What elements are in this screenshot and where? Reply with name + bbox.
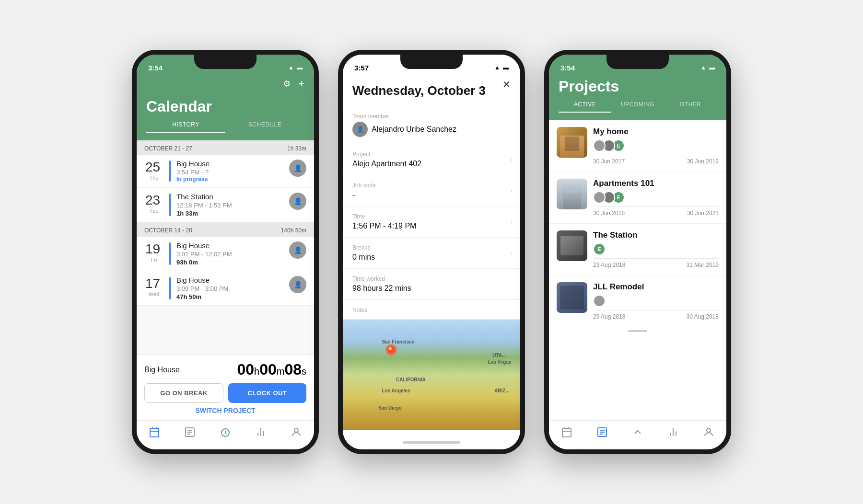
entry-avatar-19: 👤 xyxy=(289,241,306,259)
avatar-jll-1 xyxy=(593,295,606,307)
calendar-title: Calendar xyxy=(146,96,304,121)
timer-hours: 00 xyxy=(237,361,254,378)
day-entry-25[interactable]: 25 Thu Big House 3:54 PM - ? In progress… xyxy=(137,155,314,188)
field-team-member[interactable]: Team member 👤 Alejandro Uribe Sanchez xyxy=(343,106,520,144)
tab-active[interactable]: ACTIVE xyxy=(559,101,611,113)
week-label-2: OCTOBER 14 - 20 xyxy=(144,227,192,234)
tab3-up[interactable] xyxy=(628,424,647,440)
label-time-worked: Time worked xyxy=(352,275,511,282)
field-time[interactable]: Time 1:56 PM - 4:19 PM › xyxy=(343,206,520,238)
value-job-code: - xyxy=(352,191,511,199)
entry-name-23: The Station xyxy=(176,193,283,201)
tab3-chart[interactable] xyxy=(664,424,683,440)
detail-body: Team member 👤 Alejandro Uribe Sanchez Pr… xyxy=(343,106,520,435)
tab3-calendar[interactable] xyxy=(557,424,576,440)
timer-m-label: m xyxy=(277,366,285,377)
project-item-station[interactable]: The Station E 23 Aug 2018 31 Mar 2019 xyxy=(549,224,726,275)
label-project: Project xyxy=(352,151,511,158)
day-23-left: 23 Tue xyxy=(144,193,163,214)
wifi-icon-3: ▲ xyxy=(700,64,706,71)
avatar-apts-1 xyxy=(593,191,606,204)
entry-details-23: The Station 12:18 PM - 1:51 PM 1h 33m xyxy=(176,193,283,217)
entry-details-17: Big House 3:09 PM - 3:00 PM 47h 50m xyxy=(176,276,283,300)
tab-schedule[interactable]: SCHEDULE xyxy=(225,121,304,133)
proj-info-apts101: Apartments 101 E 30 Jun 2018 30 Jun 2021 xyxy=(593,179,719,217)
day-25-left: 25 Thu xyxy=(144,160,163,181)
entry-name-19: Big House xyxy=(176,241,283,250)
entry-status-25: In progress xyxy=(176,176,283,183)
day-entry-17[interactable]: 17 Wed Big House 3:09 PM - 3:00 PM 47h 5… xyxy=(137,271,314,306)
entry-name-17: Big House xyxy=(176,276,283,284)
day-23-name: Tue xyxy=(150,208,159,214)
project-item-apts101[interactable]: Apartments 101 E 30 Jun 2018 30 Jun 2021 xyxy=(549,172,726,224)
day-entry-23[interactable]: 23 Tue The Station 12:18 PM - 1:51 PM 1h… xyxy=(137,188,314,222)
proj-name-apts101: Apartments 101 xyxy=(593,179,719,188)
projects-body: My home E 30 Jun 2017 30 Jun 2019 xyxy=(549,120,726,420)
tab-calendar[interactable] xyxy=(145,424,164,440)
clock-buttons: GO ON BREAK CLOCK OUT xyxy=(144,383,306,403)
break-button[interactable]: GO ON BREAK xyxy=(144,383,223,403)
field-notes: Notes xyxy=(343,300,520,320)
svg-point-13 xyxy=(294,428,298,432)
clock-bar: Big House 00h00m08s GO ON BREAK CLOCK OU… xyxy=(137,355,314,420)
proj-name-myhome: My home xyxy=(593,127,719,137)
entry-time-23: 12:18 PM - 1:51 PM xyxy=(176,202,283,209)
timer-secs: 08 xyxy=(284,361,302,378)
close-button[interactable]: ✕ xyxy=(502,80,511,89)
clock-timer: 00h00m08s xyxy=(237,361,306,378)
day-entry-19[interactable]: 19 Fri Big House 3:01 PM - 12:02 PM 93h … xyxy=(137,237,314,271)
proj-avatars-jll xyxy=(593,295,719,307)
tab-person[interactable] xyxy=(287,424,306,440)
phone3-notch xyxy=(606,55,669,69)
project-item-jll[interactable]: JLL Remodel 29 Aug 2018 30 Aug 2018 xyxy=(549,275,726,327)
tab-upcoming[interactable]: UPCOMING xyxy=(611,101,664,113)
timer-mins: 00 xyxy=(259,361,277,378)
proj-start-station: 23 Aug 2018 xyxy=(593,262,625,268)
wifi-icon: ▲ xyxy=(288,64,294,71)
tab-list[interactable] xyxy=(180,424,199,440)
label-time: Time xyxy=(352,213,511,220)
phone2-time: 3:57 xyxy=(354,64,369,72)
time-worked-value: 98 hours 22 mins xyxy=(352,284,411,293)
proj-avatars-apts101: E xyxy=(593,191,719,204)
tab-timer[interactable] xyxy=(216,424,235,440)
label-team-member: Team member xyxy=(352,113,511,120)
tab3-list[interactable] xyxy=(593,424,612,440)
project-item-myhome[interactable]: My home E 30 Jun 2017 30 Jun 2019 xyxy=(549,120,726,172)
phone3-status-icons: ▲ ▬ xyxy=(700,64,715,71)
proj-start-myhome: 30 Jun 2017 xyxy=(593,158,625,165)
entry-time-17: 3:09 PM - 3:00 PM xyxy=(176,285,283,292)
calendar-tabs: HISTORY SCHEDULE xyxy=(146,121,304,133)
tab-other[interactable]: OTHER xyxy=(664,101,717,113)
field-breaks[interactable]: Breaks 0 mins › xyxy=(343,238,520,269)
map-label-sf: San Francisco xyxy=(382,339,414,344)
proj-info-myhome: My home E 30 Jun 2017 30 Jun 2019 xyxy=(593,127,719,165)
add-icon[interactable]: + xyxy=(298,78,304,90)
entry-duration-23: 1h 33m xyxy=(176,210,283,217)
proj-dates-jll: 29 Aug 2018 30 Aug 2018 xyxy=(593,310,719,320)
proj-info-jll: JLL Remodel 29 Aug 2018 30 Aug 2018 xyxy=(593,282,719,320)
tab-chart[interactable] xyxy=(251,424,270,440)
week-header-2: OCTOBER 14 - 20 140h 50m xyxy=(137,222,314,237)
tab3-person[interactable] xyxy=(699,424,718,440)
day-17-num: 17 xyxy=(145,276,163,291)
switch-project-link[interactable]: SWITCH PROJECT xyxy=(144,403,306,416)
phone2-status-icons: ▲ ▬ xyxy=(494,64,509,71)
chevron-icon-job: › xyxy=(510,187,513,195)
proj-start-apts101: 30 Jun 2018 xyxy=(593,210,625,217)
battery-icon-2: ▬ xyxy=(503,64,509,71)
avatar-1 xyxy=(593,139,606,152)
entry-bar-23 xyxy=(169,194,171,216)
clockout-button[interactable]: CLOCK OUT xyxy=(228,383,306,403)
proj-name-jll: JLL Remodel xyxy=(593,282,719,292)
chevron-icon-time: › xyxy=(510,218,513,226)
chevron-icon-breaks: › xyxy=(510,249,513,257)
day-23-num: 23 xyxy=(145,193,163,208)
field-job-code[interactable]: Job code - › xyxy=(343,175,520,206)
thumb-apts101 xyxy=(557,179,587,209)
field-project[interactable]: Project Alejo Apartment 402 › xyxy=(343,144,520,175)
tab-history[interactable]: HISTORY xyxy=(146,121,225,133)
filter-icon[interactable]: ⚙ xyxy=(283,79,291,89)
thumb-myhome xyxy=(557,127,587,158)
projects-header: Projects ACTIVE UPCOMING OTHER xyxy=(549,76,726,120)
